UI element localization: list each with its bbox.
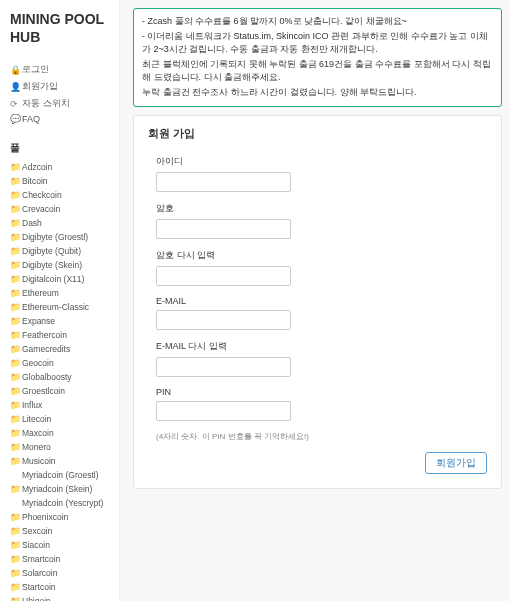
pool-item[interactable]: 📁Solarcoin <box>10 566 109 580</box>
pool-item-label: Ethereum-Classic <box>22 302 89 312</box>
pool-item-label: Maxcoin <box>22 428 54 438</box>
folder-icon: 📁 <box>10 232 22 242</box>
pool-item-label: Startcoin <box>22 582 56 592</box>
pool-item[interactable]: 📁Crevacoin <box>10 202 109 216</box>
pool-item[interactable]: 📁Startcoin <box>10 580 109 594</box>
pool-item[interactable]: 📁Influx <box>10 398 109 412</box>
folder-icon: 📁 <box>10 512 22 522</box>
pool-item-label: Ubiqoin <box>22 596 51 601</box>
pool-item[interactable]: 📁Checkcoin <box>10 188 109 202</box>
username-input[interactable] <box>156 172 291 192</box>
folder-icon: 📁 <box>10 372 22 382</box>
pool-item-label: Digibyte (Skein) <box>22 260 82 270</box>
pool-item[interactable]: 📁Digibyte (Qubit) <box>10 244 109 258</box>
pool-item-label: Groestlcoin <box>22 386 65 396</box>
pool-item[interactable]: 📁Maxcoin <box>10 426 109 440</box>
pool-section-header: 풀 <box>10 141 109 155</box>
folder-icon: 📁 <box>10 428 22 438</box>
label-pin: PIN <box>156 387 487 397</box>
folder-icon: 📁 <box>10 484 22 494</box>
pool-item[interactable]: 📁Groestlcoin <box>10 384 109 398</box>
pool-item-label: Litecoin <box>22 414 51 424</box>
pool-item-label: Sexcoin <box>22 526 52 536</box>
signup-submit-button[interactable]: 회원가입 <box>425 452 487 474</box>
pool-item-label: Digibyte (Qubit) <box>22 246 81 256</box>
nav-login[interactable]: 🔒 로그인 <box>10 61 109 78</box>
nav-faq[interactable]: 💬 FAQ <box>10 112 109 126</box>
pool-item[interactable]: 📁Adzcoin <box>10 160 109 174</box>
pool-item-label: Crevacoin <box>22 204 60 214</box>
user-icon: 👤 <box>10 82 22 92</box>
pool-item[interactable]: 📁Smartcoin <box>10 552 109 566</box>
pool-item[interactable]: 📁Digitalcoin (X11) <box>10 272 109 286</box>
folder-icon: 📁 <box>10 344 22 354</box>
pool-item[interactable]: 📁Bitcoin <box>10 174 109 188</box>
pool-item[interactable]: 📁Digibyte (Groestl) <box>10 230 109 244</box>
site-logo[interactable]: MINING POOL HUB <box>10 10 109 46</box>
pool-item[interactable]: 📁Ethereum-Classic <box>10 300 109 314</box>
nav-signup[interactable]: 👤 회원가입 <box>10 78 109 95</box>
pool-item[interactable]: 📁Ethereum <box>10 286 109 300</box>
pool-item-label: Phoenixcoin <box>22 512 68 522</box>
folder-icon: 📁 <box>10 260 22 270</box>
folder-icon: 📁 <box>10 204 22 214</box>
folder-icon: 📁 <box>10 218 22 228</box>
pool-item[interactable]: 📁Globalboosty <box>10 370 109 384</box>
pool-item[interactable]: 📁Digibyte (Skein) <box>10 258 109 272</box>
pool-item[interactable]: 📁Myriadcoin (Skein) <box>10 482 109 496</box>
label-email-confirm: E-MAIL 다시 입력 <box>156 340 487 353</box>
folder-icon: 📁 <box>10 540 22 550</box>
pool-item-label: Smartcoin <box>22 554 60 564</box>
folder-icon: 📁 <box>10 386 22 396</box>
pool-item[interactable]: Myriadcoin (Groestl) <box>10 468 109 482</box>
password-input[interactable] <box>156 219 291 239</box>
folder-icon: 📁 <box>10 554 22 564</box>
email-input[interactable] <box>156 310 291 330</box>
folder-icon: 📁 <box>10 358 22 368</box>
pool-item[interactable]: 📁Siacoin <box>10 538 109 552</box>
pool-item[interactable]: 📁Ubiqoin <box>10 594 109 601</box>
pool-item[interactable]: 📁Sexcoin <box>10 524 109 538</box>
top-nav: 🔒 로그인 👤 회원가입 ⟳ 자동 스위치 💬 FAQ <box>10 61 109 126</box>
refresh-icon: ⟳ <box>10 99 22 109</box>
pool-item-label: Myriadcoin (Yescrypt) <box>22 498 103 508</box>
pool-item-label: Monero <box>22 442 51 452</box>
pool-item[interactable]: 📁Phoenixcoin <box>10 510 109 524</box>
folder-icon: 📁 <box>10 302 22 312</box>
pool-item[interactable]: 📁Monero <box>10 440 109 454</box>
pool-item[interactable]: Myriadcoin (Yescrypt) <box>10 496 109 510</box>
pool-item[interactable]: 📁Musicoin <box>10 454 109 468</box>
label-password-confirm: 암호 다시 입력 <box>156 249 487 262</box>
pool-item[interactable]: 📁Gamecredits <box>10 342 109 356</box>
folder-icon: 📁 <box>10 330 22 340</box>
pool-item[interactable]: 📁Litecoin <box>10 412 109 426</box>
pool-item[interactable]: 📁Expanse <box>10 314 109 328</box>
lock-icon: 🔒 <box>10 65 22 75</box>
folder-icon: 📁 <box>10 288 22 298</box>
pool-item-label: Myriadcoin (Groestl) <box>22 470 99 480</box>
pool-item-label: Solarcoin <box>22 568 57 578</box>
password-confirm-input[interactable] <box>156 266 291 286</box>
label-password: 암호 <box>156 202 487 215</box>
pool-item[interactable]: 📁Dash <box>10 216 109 230</box>
nav-label: FAQ <box>22 114 40 124</box>
folder-icon: 📁 <box>10 246 22 256</box>
folder-icon: 📁 <box>10 274 22 284</box>
email-confirm-input[interactable] <box>156 357 291 377</box>
notice-line: - Zcash 풀의 수수료를 6월 말까지 0%로 낮춥니다. 같이 채굴해요… <box>142 15 493 29</box>
notice-line: 누락 출금건 전수조사 하느라 시간이 걸렸습니다. 양해 부탁드립니다. <box>142 86 493 100</box>
folder-icon: 📁 <box>10 526 22 536</box>
pin-input[interactable] <box>156 401 291 421</box>
pool-item[interactable]: 📁Geocoin <box>10 356 109 370</box>
pool-item-label: Ethereum <box>22 288 59 298</box>
pool-item-label: Checkcoin <box>22 190 62 200</box>
pool-item[interactable]: 📁Feathercoin <box>10 328 109 342</box>
pool-item-label: Digibyte (Groestl) <box>22 232 88 242</box>
pool-item-label: Adzcoin <box>22 162 52 172</box>
folder-icon: 📁 <box>10 442 22 452</box>
pool-item-label: Musicoin <box>22 456 56 466</box>
pool-item-label: Influx <box>22 400 42 410</box>
nav-label: 회원가입 <box>22 80 58 93</box>
nav-autoswitch[interactable]: ⟳ 자동 스위치 <box>10 95 109 112</box>
label-email: E-MAIL <box>156 296 487 306</box>
